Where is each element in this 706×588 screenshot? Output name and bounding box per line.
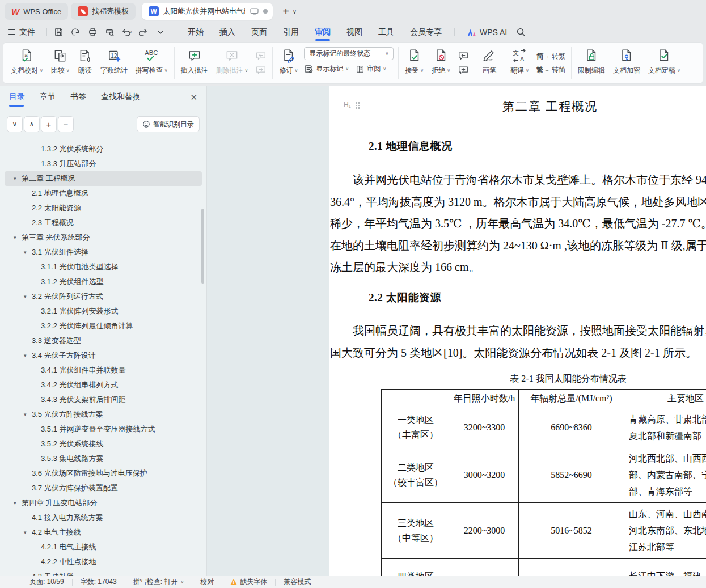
toc-item[interactable]: 2.1 地理信息概况 [5,186,202,201]
sidebar-tab-chapters[interactable]: 章节 [40,92,56,107]
finalize-button[interactable]: 文档定稿∨ [644,44,684,82]
restrict-edit-button[interactable]: 限制编辑 [574,44,609,82]
toc-item[interactable]: 3.5.2 光伏系统接线 [5,437,202,451]
spellcheck-indicator[interactable]: 拼写检查: 打开∨ [125,577,192,587]
toc-item[interactable]: ▾3.5 光伏方阵接线方案 [5,407,202,422]
close-sidebar-icon[interactable]: ✕ [190,92,197,106]
toc-item[interactable]: 3.1.1 光伏电池类型选择 [5,260,202,274]
toc-item[interactable]: 1.3.2 光伏系统部分 [5,142,202,156]
sidebar-tab-bookmarks[interactable]: 书签 [70,92,86,107]
track-changes-button[interactable]: 修订∨ [275,44,302,82]
print-button[interactable] [86,26,99,39]
save-button[interactable] [52,26,65,39]
document-page[interactable]: H₁ 第二章 工程概况 2.1 地理信息概况 该并网光伏电站位于青海省格尔木市某… [329,86,706,576]
toc-item[interactable]: 1.3.3 升压站部分 [5,156,202,171]
search-icon[interactable] [516,27,526,37]
next-change-icon[interactable] [458,65,469,75]
menu-page[interactable]: 页面 [243,23,275,41]
next-heading-button[interactable]: ∨ [7,116,23,132]
word-count-button[interactable]: 12 字数统计 [96,44,132,82]
collapse-arrow-icon[interactable]: ▾ [24,530,32,535]
menu-start[interactable]: 开始 [180,23,212,41]
collapse-arrow-icon[interactable]: ▾ [14,235,22,240]
accept-button[interactable]: 接受∨ [401,44,428,82]
encrypt-button[interactable]: 文档加密 [609,44,644,82]
toc-item[interactable]: 3.2.2 光伏阵列最佳倾角计算 [5,319,202,333]
missing-font-warning[interactable]: 缺失字体 [222,577,275,587]
reject-button[interactable]: 拒绝∨ [428,44,454,82]
toc-item[interactable]: 3.4.3 光伏支架前后排间距 [5,392,202,407]
toc-item[interactable]: 3.5.1 并网逆变器至变压器接线方式 [5,422,202,437]
menu-view[interactable]: 视图 [339,23,370,41]
toc-item[interactable]: 3.4.1 光伏组件串并联数量 [5,363,202,378]
spell-check-button[interactable]: ABC 拼写检查∨ [132,44,172,82]
to-simplified-button[interactable]: 繁→ 转简 [536,65,565,75]
smart-toc-button[interactable]: 智能识别目录 [137,116,200,132]
toc-item[interactable]: ▾第二章 工程概况 [5,171,202,186]
collapse-all-button[interactable]: − [58,116,74,132]
quickbar-more-chevron-icon[interactable] [154,26,167,39]
markup-state-select[interactable]: 显示标记的最终状态 ∨ [304,47,394,60]
previous-heading-button[interactable]: ∧ [24,116,40,132]
menu-reference[interactable]: 引用 [275,23,307,41]
toc-item[interactable]: 4.3 无功补偿 [5,569,202,576]
toc-item[interactable]: ▾第四章 升压变电站部分 [5,496,202,510]
expand-all-button[interactable]: + [41,116,57,132]
read-aloud-button[interactable]: 朗读 [74,44,96,82]
tab-current-document[interactable]: W 太阳能光伏并网电站电气部分 [142,3,273,20]
insert-comment-button[interactable]: 插入批注 [177,44,212,82]
pen-button[interactable]: 画笔 [477,44,501,82]
menu-membership[interactable]: 会员专享 [402,23,450,41]
toc-item[interactable]: 3.2.1 光伏阵列安装形式 [5,304,202,319]
collapse-arrow-icon[interactable]: ▾ [14,176,22,181]
print-preview-button[interactable] [103,26,116,39]
tab-wps-home[interactable]: W WPS Office [5,3,68,20]
toc-item[interactable]: 3.7 光伏方阵保护装置配置 [5,481,202,496]
review-pane-button[interactable]: 审阅∨ [356,64,386,74]
menu-insert[interactable]: 插入 [212,23,243,41]
page-indicator[interactable]: 页面: 10/59 [22,577,72,587]
toc-item[interactable]: 3.1.2 光伏组件选型 [5,274,202,289]
translate-button[interactable]: 文A 翻译∨ [506,44,533,82]
toc-item[interactable]: 3.3 逆变器选型 [5,333,202,348]
collapse-arrow-icon[interactable]: ▾ [14,500,22,506]
undo-button[interactable]: ∨ [120,26,133,39]
collapse-arrow-icon[interactable]: ▾ [24,294,32,299]
toc-item[interactable]: 4.2.2 中性点接地 [5,555,202,569]
collapse-arrow-icon[interactable]: ▾ [24,249,32,255]
toc-item[interactable]: 4.1 接入电力系统方案 [5,510,202,525]
new-tab-button[interactable]: + [282,6,289,17]
show-markup-button[interactable]: 显示标记∨ [304,64,349,74]
toc-item[interactable]: ▾第三章 光伏系统部分 [5,230,202,245]
toc-item[interactable]: 2.2 太阳能资源 [5,201,202,215]
previous-change-icon[interactable] [458,51,469,61]
toc-item[interactable]: 3.4.2 光伏组串排列方式 [5,378,202,392]
export-pdf-button[interactable] [69,26,82,39]
toc-item[interactable]: 2.3 工程概况 [5,215,202,230]
doc-proof-button[interactable]: a 文档校对∨ [7,44,47,82]
toc-item[interactable]: ▾3.2 光伏阵列运行方式 [5,289,202,304]
tab-list-chevron-icon[interactable]: ∨ [293,9,297,15]
toc-item[interactable]: 3.6 光伏场区防雷接地与过电压保护 [5,466,202,481]
toc-item[interactable]: ▾4.2 电气主接线 [5,525,202,540]
proofread-button[interactable]: 校对 [192,577,222,587]
redo-button[interactable] [137,26,150,39]
file-menu-button[interactable]: 文件 [0,27,42,37]
sidebar-scrollbar[interactable] [201,209,204,284]
toc-item[interactable]: 4.2.1 电气主接线 [5,540,202,555]
sidebar-tab-contents[interactable]: 目录 [9,92,25,107]
toc-item[interactable]: ▾3.4 光伏子方阵设计 [5,348,202,363]
to-traditional-button[interactable]: 简→ 转繁 [536,52,565,61]
menu-tools[interactable]: 工具 [370,23,402,41]
menu-review[interactable]: 审阅 [307,23,339,41]
collapse-arrow-icon[interactable]: ▾ [24,353,32,358]
sidebar-tab-find-replace[interactable]: 查找和替换 [101,92,141,107]
compare-button[interactable]: 比较∨ [47,44,74,82]
compatibility-mode-indicator[interactable]: 兼容模式 [276,577,319,587]
collapse-arrow-icon[interactable]: ▾ [24,412,32,417]
wps-ai-button[interactable]: WPS AI [467,28,507,37]
tab-docer-templates[interactable]: 找稻壳模板 [71,3,136,20]
toc-item[interactable]: 3.5.3 集电线路方案 [5,451,202,466]
toc-item[interactable]: ▾3.1 光伏组件选择 [5,245,202,260]
word-count-indicator[interactable]: 字数: 17043 [73,577,125,587]
